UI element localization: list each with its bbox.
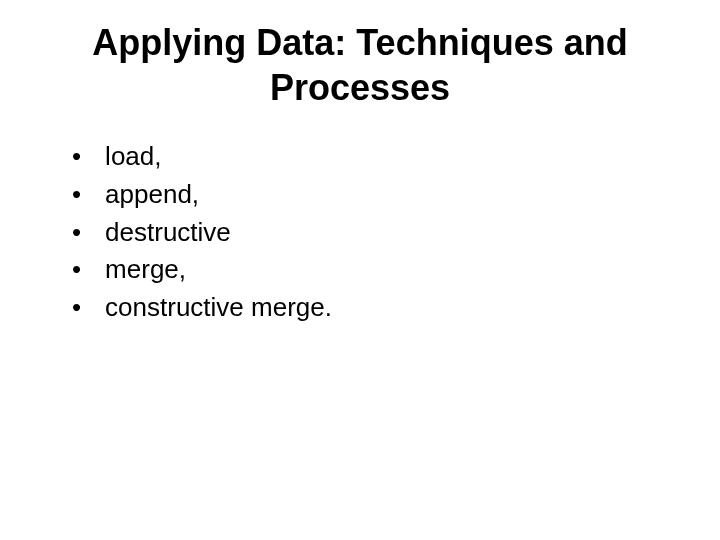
bullet-icon: •	[72, 140, 81, 174]
bullet-text: merge,	[105, 253, 186, 287]
slide: Applying Data: Techniques and Processes …	[0, 0, 720, 540]
bullet-icon: •	[72, 216, 81, 250]
bullet-text: append,	[105, 178, 199, 212]
bullet-text: load,	[105, 140, 161, 174]
list-item: • destructive	[72, 216, 680, 250]
bullet-icon: •	[72, 291, 81, 325]
list-item: • load,	[72, 140, 680, 174]
list-item: • constructive merge.	[72, 291, 680, 325]
bullet-icon: •	[72, 253, 81, 287]
list-item: • merge,	[72, 253, 680, 287]
slide-title: Applying Data: Techniques and Processes	[40, 20, 680, 110]
bullet-icon: •	[72, 178, 81, 212]
bullet-text: destructive	[105, 216, 231, 250]
list-item: • append,	[72, 178, 680, 212]
bullet-list: • load, • append, • destructive • merge,…	[40, 140, 680, 325]
bullet-text: constructive merge.	[105, 291, 332, 325]
